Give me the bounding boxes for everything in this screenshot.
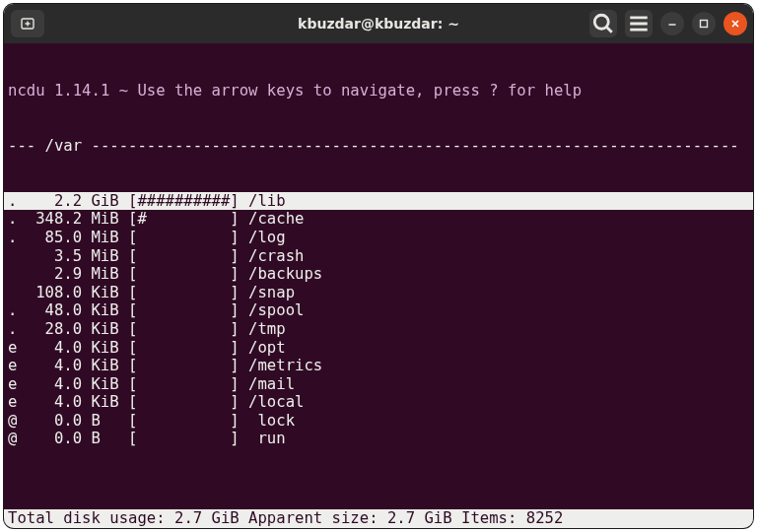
row-size: 0.0 bbox=[27, 412, 82, 431]
row-unit: GiB bbox=[82, 192, 128, 211]
row-flag bbox=[8, 284, 27, 302]
minimize-button[interactable] bbox=[660, 12, 684, 35]
maximize-button[interactable] bbox=[692, 12, 716, 35]
row-size: 348.2 bbox=[27, 210, 82, 229]
row-name: /opt bbox=[248, 339, 749, 358]
row-unit: KiB bbox=[82, 301, 128, 320]
row-name: /snap bbox=[248, 284, 749, 302]
ncdu-row[interactable]: .348.2 MiB [# ] /cache bbox=[4, 210, 753, 229]
row-name: /log bbox=[248, 229, 749, 247]
row-unit: KiB bbox=[82, 375, 128, 394]
row-bar: [ ] bbox=[128, 247, 248, 266]
row-bar: [ ] bbox=[128, 412, 248, 431]
ncdu-row[interactable]: @0.0 B [ ] lock bbox=[4, 412, 753, 431]
terminal-window: kbuzdar@kbuzdar: ~ bbox=[4, 4, 753, 528]
search-button[interactable] bbox=[589, 10, 617, 37]
ncdu-footer: Total disk usage: 2.7 GiB Apparent size:… bbox=[4, 509, 753, 528]
row-size: 4.0 bbox=[27, 339, 82, 358]
row-name: lock bbox=[248, 412, 749, 431]
row-size: 108.0 bbox=[27, 284, 82, 302]
row-size: 85.0 bbox=[27, 229, 82, 247]
row-name: /cache bbox=[248, 210, 749, 229]
ncdu-row[interactable]: 108.0 KiB [ ] /snap bbox=[4, 284, 753, 302]
menu-button[interactable] bbox=[625, 10, 653, 37]
row-unit: KiB bbox=[82, 393, 128, 412]
ncdu-row[interactable]: @0.0 B [ ] run bbox=[4, 430, 753, 448]
row-flag: @ bbox=[8, 430, 27, 448]
ncdu-row[interactable]: .48.0 KiB [ ] /spool bbox=[4, 301, 753, 320]
close-button[interactable] bbox=[723, 12, 747, 35]
ncdu-row[interactable]: .2.2 GiB [##########] /lib bbox=[4, 192, 753, 211]
row-bar: [ ] bbox=[128, 265, 248, 284]
ncdu-path: --- /var -------------------------------… bbox=[4, 137, 753, 156]
row-name: run bbox=[248, 430, 749, 448]
row-flag: e bbox=[8, 339, 27, 358]
row-flag: e bbox=[8, 393, 27, 412]
row-name: /tmp bbox=[248, 320, 749, 339]
row-bar: [ ] bbox=[128, 320, 248, 339]
row-bar: [ ] bbox=[128, 284, 248, 302]
row-flag: @ bbox=[8, 412, 27, 431]
maximize-icon bbox=[698, 18, 710, 30]
ncdu-row[interactable]: e4.0 KiB [ ] /metrics bbox=[4, 357, 753, 375]
row-bar: [ ] bbox=[128, 357, 248, 375]
row-size: 0.0 bbox=[27, 430, 82, 448]
row-name: /crash bbox=[248, 247, 749, 266]
row-unit: MiB bbox=[82, 229, 128, 247]
row-name: /lib bbox=[248, 192, 749, 211]
ncdu-row[interactable]: e4.0 KiB [ ] /local bbox=[4, 393, 753, 412]
close-icon bbox=[729, 18, 741, 30]
row-flag: . bbox=[8, 229, 27, 247]
svg-point-3 bbox=[594, 15, 608, 29]
new-tab-icon bbox=[20, 16, 35, 32]
ncdu-row[interactable]: 3.5 MiB [ ] /crash bbox=[4, 247, 753, 266]
row-bar: [##########] bbox=[128, 192, 248, 211]
row-bar: [ ] bbox=[128, 430, 248, 448]
row-size: 2.2 bbox=[27, 192, 82, 211]
titlebar-controls bbox=[589, 4, 747, 43]
titlebar: kbuzdar@kbuzdar: ~ bbox=[4, 4, 753, 43]
row-unit: MiB bbox=[82, 265, 128, 284]
new-tab-button[interactable] bbox=[11, 10, 44, 37]
ncdu-rows: .2.2 GiB [##########] /lib.348.2 MiB [# … bbox=[4, 192, 753, 448]
ncdu-row[interactable]: .28.0 KiB [ ] /tmp bbox=[4, 320, 753, 339]
row-unit: MiB bbox=[82, 247, 128, 266]
svg-line-4 bbox=[607, 28, 612, 33]
row-unit: MiB bbox=[82, 210, 128, 229]
row-unit: KiB bbox=[82, 320, 128, 339]
row-bar: [# ] bbox=[128, 210, 248, 229]
ncdu-row[interactable]: .85.0 MiB [ ] /log bbox=[4, 229, 753, 247]
ncdu-output: ncdu 1.14.1 ~ Use the arrow keys to navi… bbox=[4, 43, 753, 509]
row-unit: KiB bbox=[82, 357, 128, 375]
ncdu-row[interactable]: e4.0 KiB [ ] /opt bbox=[4, 339, 753, 358]
row-size: 3.5 bbox=[27, 247, 82, 266]
row-flag: . bbox=[8, 192, 27, 211]
minimize-icon bbox=[666, 18, 678, 30]
row-name: /backups bbox=[248, 265, 749, 284]
terminal-body[interactable]: ncdu 1.14.1 ~ Use the arrow keys to navi… bbox=[4, 43, 753, 528]
ncdu-row[interactable]: e4.0 KiB [ ] /mail bbox=[4, 375, 753, 394]
row-name: /spool bbox=[248, 301, 749, 320]
row-size: 28.0 bbox=[27, 320, 82, 339]
row-flag: e bbox=[8, 357, 27, 375]
row-flag: . bbox=[8, 320, 27, 339]
row-size: 48.0 bbox=[27, 301, 82, 320]
row-flag: . bbox=[8, 301, 27, 320]
row-name: /mail bbox=[248, 375, 749, 394]
row-flag: e bbox=[8, 375, 27, 394]
row-flag: . bbox=[8, 210, 27, 229]
ncdu-row[interactable]: 2.9 MiB [ ] /backups bbox=[4, 265, 753, 284]
row-bar: [ ] bbox=[128, 301, 248, 320]
row-flag bbox=[8, 265, 27, 284]
row-name: /metrics bbox=[248, 357, 749, 375]
row-size: 4.0 bbox=[27, 357, 82, 375]
row-bar: [ ] bbox=[128, 375, 248, 394]
row-size: 4.0 bbox=[27, 393, 82, 412]
row-flag bbox=[8, 247, 27, 266]
row-unit: B bbox=[82, 430, 128, 448]
row-unit: B bbox=[82, 412, 128, 431]
row-unit: KiB bbox=[82, 284, 128, 302]
row-bar: [ ] bbox=[128, 339, 248, 358]
row-bar: [ ] bbox=[128, 229, 248, 247]
search-icon bbox=[589, 10, 617, 37]
